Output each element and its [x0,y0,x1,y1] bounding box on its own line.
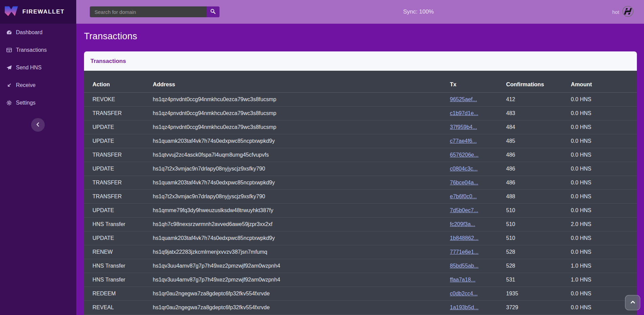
tx-link[interactable]: 6576206e... [450,152,479,158]
cell-action: HNS Transfer [92,263,153,269]
cell-confirmations: 528 [506,263,571,269]
tx-link[interactable]: 1b848862... [450,235,479,241]
scroll-to-top-button[interactable] [625,295,640,310]
tx-link[interactable]: c1b97d1e... [450,110,478,116]
column-header-address: Address [153,81,450,88]
sidebar-item-transactions[interactable]: Transactions [0,41,76,59]
table-row: REVOKE hs1qz4pnvdnt0ccg94nmkhcu0ezca79wc… [84,93,637,107]
table-icon [6,47,12,53]
transactions-table: Action Address Tx Confirmations Amount R… [84,71,637,315]
cell-amount: 0.0 HNS [571,207,628,213]
cell-confirmations: 510 [506,207,571,213]
card-title: Transactions [84,51,637,71]
tx-link[interactable]: 7771e6e1... [450,249,479,255]
cell-amount: 0.0 HNS [571,305,628,311]
cell-confirmations: 528 [506,249,571,255]
wallet-selector[interactable]: hot [612,0,633,24]
tx-link[interactable]: c0804c3c... [450,166,478,172]
cell-address: hs1qz4pnvdnt0ccg94nmkhcu0ezca79wc3s8fucs… [153,124,450,130]
cell-confirmations: 486 [506,166,571,172]
sidebar-item-label: Transactions [16,47,47,53]
cell-confirmations: 531 [506,277,571,283]
sidebar-item-settings[interactable]: Settings [0,94,76,112]
cell-address: hs1q7t2x3vmjac9n7drlapy08nyjyscjz9xsfky7… [153,194,450,200]
wallet-name: hot [612,9,619,15]
table-row: UPDATE hs1quamk203taf4vk7h74s0edxpwc85nc… [84,134,637,148]
table-row: HNS Transfer hs1qv3uu4amv87g7p7h49xez2pm… [84,259,637,273]
table-row: HNS Transfer hs1qv3uu4amv87g7p7h49xez2pm… [84,273,637,287]
tx-link[interactable]: c77ae4f6... [450,138,477,144]
tx-link[interactable]: 96525aef... [450,96,477,102]
tx-link[interactable]: fc209f3a... [450,221,475,227]
cell-amount: 0.0 HNS [571,180,628,186]
table-row: UPDATE hs1qz4pnvdnt0ccg94nmkhcu0ezca79wc… [84,120,637,134]
domain-search [90,6,220,17]
cell-confirmations: 510 [506,221,571,227]
cell-action: HNS Transfer [92,221,153,227]
tx-link[interactable]: ffaa7a18... [450,277,475,283]
sidebar-collapse-button[interactable] [31,118,45,132]
tx-link[interactable]: e7b6f0c0... [450,194,477,199]
cell-action: REVOKE [92,96,153,103]
cell-amount: 0.0 HNS [571,249,628,255]
sidebar-item-dashboard[interactable]: Dashboard [0,24,76,41]
tx-link[interactable]: 85bd55ab... [450,263,479,269]
tx-link[interactable]: 76bce04a... [450,180,478,185]
arrow-down-left-icon [6,82,12,88]
cell-address: hs1quamk203taf4vk7h74s0edxpwc85ncptxwpkd… [153,138,450,144]
tx-link[interactable]: c0db2cc4... [450,291,478,296]
cell-address: hs1quamk203taf4vk7h74s0edxpwc85ncptxwpkd… [153,180,450,186]
cell-confirmations: 484 [506,124,571,130]
table-body: REVOKE hs1qz4pnvdnt0ccg94nmkhcu0ezca79wc… [84,93,637,315]
cell-amount: 0.0 HNS [571,152,628,158]
table-header-row: Action Address Tx Confirmations Amount [84,71,637,93]
cell-address: hs1qz4pnvdnt0ccg94nmkhcu0ezca79wc3s8fucs… [153,110,450,116]
cell-confirmations: 483 [506,110,571,116]
tx-link[interactable]: 1a193b5d... [450,305,479,310]
table-row: UPDATE hs1q7t2x3vmjac9n7drlapy08nyjyscjz… [84,162,637,176]
chevron-up-icon [629,299,636,307]
cell-confirmations: 510 [506,235,571,241]
cell-address: hs1qtvvuj2zc4asck0fspa7l4uqm8umg45cfvupv… [153,152,450,158]
table-row: TRANSFER hs1qtvvuj2zc4asck0fspa7l4uqm8um… [84,148,637,162]
cell-action: REVEAL [92,305,153,311]
cell-amount: 0.0 HNS [571,96,628,103]
search-input[interactable] [90,6,206,17]
handshake-logo-icon [622,6,633,18]
cell-address: hs1qz4pnvdnt0ccg94nmkhcu0ezca79wc3s8fucs… [153,96,450,103]
table-row: RENEW hs1q9jatx22283jzkcmlrnenjxvvzv387j… [84,245,637,259]
cell-confirmations: 486 [506,152,571,158]
sidebar-nav: Dashboard Transactions S [0,24,76,112]
brand-name: FIREWALLET [22,8,65,15]
cell-action: UPDATE [92,207,153,213]
column-header-action: Action [92,81,153,88]
sidebar-item-receive[interactable]: Receive [0,76,76,94]
firewallet-logo-icon [4,6,19,18]
tx-link[interactable]: 37f959b4... [450,124,477,130]
brand: FIREWALLET [0,0,76,24]
cell-action: HNS Transfer [92,277,153,283]
cell-confirmations: 485 [506,138,571,144]
cell-action: UPDATE [92,124,153,130]
table-row: REDEEM hs1qr0au2ngegwa7za8gdeptc6fp32fkv… [84,287,637,301]
cell-address: hs1qr0au2ngegwa7za8gdeptc6fp32fkv554fxrv… [153,291,450,297]
column-header-confirmations: Confirmations [506,81,571,88]
search-button[interactable] [206,6,220,17]
cell-confirmations: 412 [506,96,571,103]
table-row: UPDATE hs1qmme79fq3dy9hweuzuslksdw48trwu… [84,204,637,218]
chevron-left-icon [35,122,41,128]
sidebar-item-label: Send HNS [16,65,42,71]
cell-action: TRANSFER [92,194,153,200]
cell-address: hs1qr0au2ngegwa7za8gdeptc6fp32fkv554fxrv… [153,305,450,311]
cell-address: hs1qh7c98nexsrzwrmnh2avved6awe59jzpr3xx2… [153,221,450,227]
tx-link[interactable]: 7d5b0ec7... [450,207,478,213]
paper-plane-icon [6,65,12,71]
sidebar-item-label: Settings [16,100,36,106]
sidebar-item-send-hns[interactable]: Send HNS [0,59,76,76]
page-title: Transactions [84,31,137,42]
cell-confirmations: 1935 [506,291,571,297]
table-row: TRANSFER hs1q7t2x3vmjac9n7drlapy08nyjysc… [84,190,637,204]
app-window: FIREWALLET Dashboard [0,0,644,315]
cell-address: hs1quamk203taf4vk7h74s0edxpwc85ncptxwpkd… [153,235,450,241]
cell-amount: 0.0 HNS [571,194,628,200]
